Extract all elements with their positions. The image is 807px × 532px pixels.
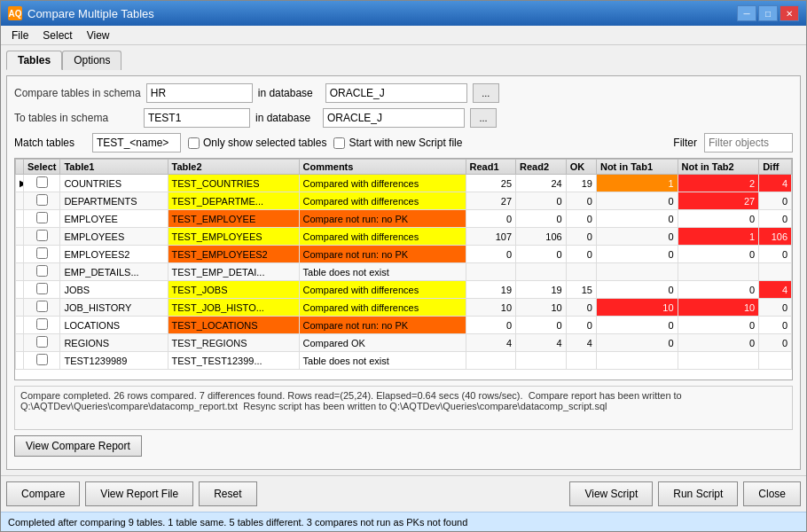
row-checkbox[interactable] <box>36 336 48 348</box>
row-not-tab1 <box>596 263 678 281</box>
row-diff: 4 <box>759 281 792 299</box>
minimize-button[interactable]: ─ <box>737 5 756 21</box>
row-table2: TEST_JOBS <box>168 281 299 299</box>
row-not-tab1: 0 <box>596 192 678 210</box>
row-read1: 27 <box>466 192 516 210</box>
row-checkbox-cell[interactable] <box>24 299 60 317</box>
view-report-btn-area: View Compare Report <box>14 435 793 457</box>
row-read2: 0 <box>516 317 567 334</box>
menu-view[interactable]: View <box>80 27 117 43</box>
row-read2: 0 <box>516 246 567 263</box>
title-bar-left: AQ Compare Multiple Tables <box>8 6 154 20</box>
row-checkbox-cell[interactable] <box>24 352 60 370</box>
row-comment: Compared OK <box>299 334 466 352</box>
db-value2-input[interactable] <box>323 108 465 128</box>
schema-value1-input[interactable] <box>146 83 253 103</box>
row-ok: 0 <box>566 210 596 228</box>
row-table1: EMP_DETAILS... <box>60 263 168 281</box>
menu-select[interactable]: Select <box>35 27 79 43</box>
table-row: EMPLOYEES2 TEST_EMPLOYEES2 Compare not r… <box>16 246 792 263</box>
only-show-checkbox[interactable] <box>188 137 200 149</box>
table-row: ▶ COUNTRIES TEST_COUNTRIES Compared with… <box>16 175 792 192</box>
view-compare-report-button[interactable]: View Compare Report <box>14 435 142 457</box>
tab-content: Compare tables in schema in database ...… <box>6 75 801 470</box>
row-checkbox-cell[interactable] <box>24 263 60 281</box>
main-window: AQ Compare Multiple Tables ─ □ ✕ File Se… <box>0 0 807 532</box>
row-read2: 4 <box>516 334 567 352</box>
schema-row-2: To tables in schema in database ... <box>14 108 793 128</box>
row-checkbox-cell[interactable] <box>24 334 60 352</box>
tab-tables[interactable]: Tables <box>6 51 62 70</box>
row-checkbox[interactable] <box>36 194 48 206</box>
row-table2: TEST_JOB_HISTO... <box>168 299 299 317</box>
row-checkbox-cell[interactable] <box>24 281 60 299</box>
row-checkbox[interactable] <box>36 247 48 259</box>
row-arrow <box>16 317 24 334</box>
row-checkbox[interactable] <box>36 265 48 277</box>
compare-button[interactable]: Compare <box>6 481 80 506</box>
view-script-button[interactable]: View Script <box>569 481 653 506</box>
title-buttons: ─ □ ✕ <box>737 5 799 21</box>
row-table2: TEST_EMP_DETAI... <box>168 263 299 281</box>
row-ok <box>566 352 596 370</box>
row-checkbox[interactable] <box>36 212 48 223</box>
row-table2: TEST_TEST12399... <box>168 352 299 370</box>
content-area: Tables Options Compare tables in schema … <box>1 45 806 475</box>
row-diff: 106 <box>759 228 792 246</box>
maximize-button[interactable]: □ <box>758 5 778 21</box>
row-table1: EMPLOYEE <box>60 210 168 228</box>
row-checkbox-cell[interactable] <box>24 317 60 334</box>
close-window-button[interactable]: ✕ <box>780 5 799 21</box>
row-ok: 19 <box>566 175 596 192</box>
menu-file[interactable]: File <box>4 27 35 43</box>
start-script-checkbox[interactable] <box>333 137 345 149</box>
row-checkbox[interactable] <box>36 176 48 188</box>
view-report-file-button[interactable]: View Report File <box>85 481 193 506</box>
bottom-buttons: Compare View Report File Reset View Scri… <box>1 475 806 512</box>
match-input[interactable] <box>92 133 181 153</box>
row-checkbox-cell[interactable] <box>24 192 60 210</box>
only-show-label: Only show selected tables <box>188 137 326 149</box>
tab-options[interactable]: Options <box>62 51 121 70</box>
row-ok: 0 <box>566 299 596 317</box>
status-bar-message: Completed after comparing 9 tables. 1 ta… <box>8 517 467 528</box>
row-comment: Table does not exist <box>299 263 466 281</box>
row-checkbox-cell[interactable] <box>24 246 60 263</box>
row-checkbox[interactable] <box>36 283 48 294</box>
row-read1: 107 <box>466 228 516 246</box>
row-comment: Compared with differences <box>299 175 466 192</box>
schema-value2-input[interactable] <box>144 108 250 128</box>
db-value1-input[interactable] <box>325 83 467 103</box>
row-ok: 0 <box>566 192 596 210</box>
row-comment: Compared with differences <box>299 228 466 246</box>
col-read1: Read1 <box>466 160 516 175</box>
row-checkbox-cell[interactable] <box>24 210 60 228</box>
row-read1: 25 <box>466 175 516 192</box>
row-table1: LOCATIONS <box>60 317 168 334</box>
row-checkbox-cell[interactable] <box>24 228 60 246</box>
row-checkbox[interactable] <box>36 318 48 330</box>
row-checkbox-cell[interactable] <box>24 175 60 192</box>
browse-db2-button[interactable]: ... <box>470 108 497 128</box>
col-read2: Read2 <box>516 160 567 175</box>
row-not-tab2: 0 <box>678 317 759 334</box>
row-arrow <box>16 281 24 299</box>
comparison-table: Select Table1 Table2 Comments Read1 Read… <box>15 159 792 370</box>
status-area: Compare completed. 26 rows compared. 7 d… <box>14 386 793 430</box>
row-checkbox[interactable] <box>36 354 48 365</box>
row-not-tab1 <box>596 352 678 370</box>
row-checkbox[interactable] <box>36 230 48 241</box>
row-table2: TEST_EMPLOYEES2 <box>168 246 299 263</box>
filter-objects-input[interactable] <box>704 133 793 153</box>
row-read2: 10 <box>516 299 567 317</box>
row-table1: EMPLOYEES <box>60 228 168 246</box>
row-checkbox[interactable] <box>36 301 48 312</box>
browse-db1-button[interactable]: ... <box>473 83 499 103</box>
row-table1: COUNTRIES <box>60 175 168 192</box>
table-row: EMPLOYEES TEST_EMPLOYEES Compared with d… <box>16 228 792 246</box>
close-button[interactable]: Close <box>743 481 801 506</box>
run-script-button[interactable]: Run Script <box>658 481 738 506</box>
reset-button[interactable]: Reset <box>199 481 256 506</box>
row-arrow <box>16 246 24 263</box>
row-read2 <box>516 352 567 370</box>
